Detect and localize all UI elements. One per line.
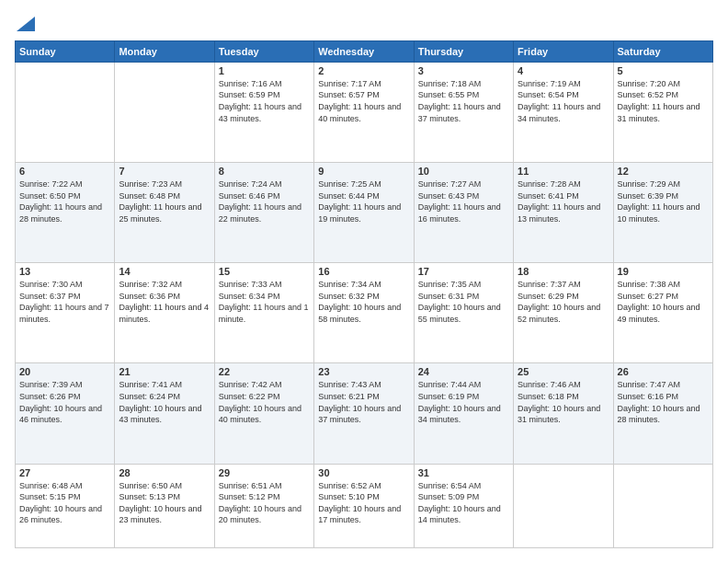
day-info: Sunrise: 6:52 AM Sunset: 5:10 PM Dayligh… <box>318 480 409 526</box>
calendar-week-row: 1Sunrise: 7:16 AM Sunset: 6:59 PM Daylig… <box>16 62 713 162</box>
day-number: 25 <box>518 366 609 377</box>
calendar-cell: 5Sunrise: 7:20 AM Sunset: 6:52 PM Daylig… <box>613 62 712 162</box>
day-number: 12 <box>618 166 709 177</box>
day-number: 4 <box>518 65 609 76</box>
calendar-cell: 8Sunrise: 7:24 AM Sunset: 6:46 PM Daylig… <box>214 162 313 262</box>
day-info: Sunrise: 7:19 AM Sunset: 6:54 PM Dayligh… <box>518 78 609 124</box>
day-number: 15 <box>219 266 310 277</box>
day-number: 17 <box>418 266 509 277</box>
calendar-week-row: 27Sunrise: 6:48 AM Sunset: 5:15 PM Dayli… <box>16 464 713 547</box>
calendar-cell: 2Sunrise: 7:17 AM Sunset: 6:57 PM Daylig… <box>314 62 414 162</box>
day-number: 10 <box>418 166 509 177</box>
calendar-week-row: 13Sunrise: 7:30 AM Sunset: 6:37 PM Dayli… <box>16 263 713 363</box>
day-info: Sunrise: 7:17 AM Sunset: 6:57 PM Dayligh… <box>318 78 409 124</box>
day-number: 19 <box>618 266 709 277</box>
calendar-cell <box>613 464 712 547</box>
weekday-header: Sunday <box>16 40 115 62</box>
day-info: Sunrise: 6:50 AM Sunset: 5:13 PM Dayligh… <box>119 480 210 526</box>
day-info: Sunrise: 7:32 AM Sunset: 6:36 PM Dayligh… <box>119 279 210 325</box>
svg-marker-0 <box>17 17 35 31</box>
header <box>15 15 713 31</box>
day-number: 27 <box>19 467 110 478</box>
calendar-cell: 4Sunrise: 7:19 AM Sunset: 6:54 PM Daylig… <box>514 62 613 162</box>
calendar-week-row: 6Sunrise: 7:22 AM Sunset: 6:50 PM Daylig… <box>16 162 713 262</box>
day-info: Sunrise: 7:16 AM Sunset: 6:59 PM Dayligh… <box>219 78 310 124</box>
day-info: Sunrise: 7:38 AM Sunset: 6:27 PM Dayligh… <box>618 279 709 325</box>
calendar-cell: 16Sunrise: 7:34 AM Sunset: 6:32 PM Dayli… <box>314 263 414 363</box>
day-number: 26 <box>618 366 709 377</box>
calendar-cell: 30Sunrise: 6:52 AM Sunset: 5:10 PM Dayli… <box>314 464 414 547</box>
calendar-cell: 10Sunrise: 7:27 AM Sunset: 6:43 PM Dayli… <box>414 162 513 262</box>
day-info: Sunrise: 7:47 AM Sunset: 6:16 PM Dayligh… <box>618 379 709 425</box>
logo-text <box>15 15 37 31</box>
day-number: 2 <box>318 65 409 76</box>
day-info: Sunrise: 7:28 AM Sunset: 6:41 PM Dayligh… <box>518 178 609 224</box>
day-info: Sunrise: 7:34 AM Sunset: 6:32 PM Dayligh… <box>318 279 409 325</box>
day-info: Sunrise: 7:33 AM Sunset: 6:34 PM Dayligh… <box>219 279 310 325</box>
calendar-cell: 28Sunrise: 6:50 AM Sunset: 5:13 PM Dayli… <box>115 464 214 547</box>
day-number: 16 <box>318 266 409 277</box>
calendar-cell: 14Sunrise: 7:32 AM Sunset: 6:36 PM Dayli… <box>115 263 214 363</box>
day-info: Sunrise: 6:48 AM Sunset: 5:15 PM Dayligh… <box>19 480 110 526</box>
day-info: Sunrise: 7:22 AM Sunset: 6:50 PM Dayligh… <box>19 178 110 224</box>
page: SundayMondayTuesdayWednesdayThursdayFrid… <box>0 0 728 563</box>
day-number: 31 <box>418 467 509 478</box>
calendar-cell: 21Sunrise: 7:41 AM Sunset: 6:24 PM Dayli… <box>115 363 214 464</box>
calendar-cell: 18Sunrise: 7:37 AM Sunset: 6:29 PM Dayli… <box>514 263 613 363</box>
calendar-cell: 6Sunrise: 7:22 AM Sunset: 6:50 PM Daylig… <box>16 162 115 262</box>
day-info: Sunrise: 7:23 AM Sunset: 6:48 PM Dayligh… <box>119 178 210 224</box>
calendar-header-row: SundayMondayTuesdayWednesdayThursdayFrid… <box>16 40 713 62</box>
day-number: 28 <box>119 467 210 478</box>
logo-icon <box>17 17 35 31</box>
day-number: 5 <box>618 65 709 76</box>
calendar-cell: 27Sunrise: 6:48 AM Sunset: 5:15 PM Dayli… <box>16 464 115 547</box>
calendar-cell: 15Sunrise: 7:33 AM Sunset: 6:34 PM Dayli… <box>214 263 313 363</box>
weekday-header: Monday <box>115 40 214 62</box>
day-info: Sunrise: 7:29 AM Sunset: 6:39 PM Dayligh… <box>618 178 709 224</box>
weekday-header: Tuesday <box>214 40 313 62</box>
calendar-cell: 24Sunrise: 7:44 AM Sunset: 6:19 PM Dayli… <box>414 363 513 464</box>
calendar-cell: 25Sunrise: 7:46 AM Sunset: 6:18 PM Dayli… <box>514 363 613 464</box>
calendar-cell: 20Sunrise: 7:39 AM Sunset: 6:26 PM Dayli… <box>16 363 115 464</box>
day-number: 24 <box>418 366 509 377</box>
day-number: 14 <box>119 266 210 277</box>
calendar-cell: 29Sunrise: 6:51 AM Sunset: 5:12 PM Dayli… <box>214 464 313 547</box>
day-info: Sunrise: 7:20 AM Sunset: 6:52 PM Dayligh… <box>618 78 709 124</box>
day-number: 22 <box>219 366 310 377</box>
day-number: 18 <box>518 266 609 277</box>
calendar-cell: 17Sunrise: 7:35 AM Sunset: 6:31 PM Dayli… <box>414 263 513 363</box>
day-number: 1 <box>219 65 310 76</box>
day-number: 30 <box>318 467 409 478</box>
day-info: Sunrise: 7:39 AM Sunset: 6:26 PM Dayligh… <box>19 379 110 425</box>
day-number: 13 <box>19 266 110 277</box>
calendar-cell: 26Sunrise: 7:47 AM Sunset: 6:16 PM Dayli… <box>613 363 712 464</box>
day-info: Sunrise: 6:54 AM Sunset: 5:09 PM Dayligh… <box>418 480 509 526</box>
day-info: Sunrise: 7:41 AM Sunset: 6:24 PM Dayligh… <box>119 379 210 425</box>
day-info: Sunrise: 7:30 AM Sunset: 6:37 PM Dayligh… <box>19 279 110 325</box>
calendar-cell: 19Sunrise: 7:38 AM Sunset: 6:27 PM Dayli… <box>613 263 712 363</box>
day-info: Sunrise: 7:25 AM Sunset: 6:44 PM Dayligh… <box>318 178 409 224</box>
day-info: Sunrise: 7:46 AM Sunset: 6:18 PM Dayligh… <box>518 379 609 425</box>
day-number: 7 <box>119 166 210 177</box>
day-number: 11 <box>518 166 609 177</box>
calendar-cell: 12Sunrise: 7:29 AM Sunset: 6:39 PM Dayli… <box>613 162 712 262</box>
calendar-cell <box>115 62 214 162</box>
day-number: 21 <box>119 366 210 377</box>
calendar-table: SundayMondayTuesdayWednesdayThursdayFrid… <box>15 40 713 548</box>
day-info: Sunrise: 7:27 AM Sunset: 6:43 PM Dayligh… <box>418 178 509 224</box>
calendar-cell: 1Sunrise: 7:16 AM Sunset: 6:59 PM Daylig… <box>214 62 313 162</box>
calendar-cell: 9Sunrise: 7:25 AM Sunset: 6:44 PM Daylig… <box>314 162 414 262</box>
calendar-cell: 31Sunrise: 6:54 AM Sunset: 5:09 PM Dayli… <box>414 464 513 547</box>
weekday-header: Wednesday <box>314 40 414 62</box>
day-info: Sunrise: 7:18 AM Sunset: 6:55 PM Dayligh… <box>418 78 509 124</box>
calendar-cell: 22Sunrise: 7:42 AM Sunset: 6:22 PM Dayli… <box>214 363 313 464</box>
day-info: Sunrise: 7:37 AM Sunset: 6:29 PM Dayligh… <box>518 279 609 325</box>
calendar-cell: 3Sunrise: 7:18 AM Sunset: 6:55 PM Daylig… <box>414 62 513 162</box>
day-number: 20 <box>19 366 110 377</box>
day-info: Sunrise: 7:35 AM Sunset: 6:31 PM Dayligh… <box>418 279 509 325</box>
day-info: Sunrise: 6:51 AM Sunset: 5:12 PM Dayligh… <box>219 480 310 526</box>
calendar-cell: 7Sunrise: 7:23 AM Sunset: 6:48 PM Daylig… <box>115 162 214 262</box>
day-number: 6 <box>19 166 110 177</box>
weekday-header: Friday <box>514 40 613 62</box>
day-info: Sunrise: 7:24 AM Sunset: 6:46 PM Dayligh… <box>219 178 310 224</box>
